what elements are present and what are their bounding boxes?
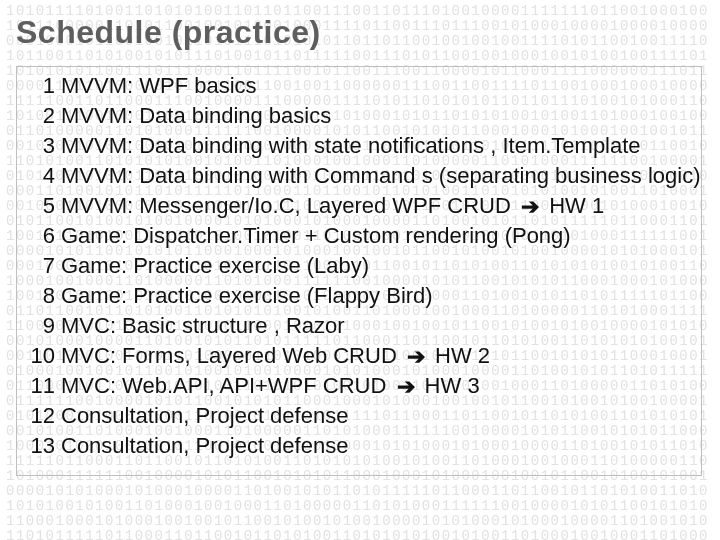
arrow-icon: ➔ bbox=[403, 342, 429, 372]
row-text: Game: Dispatcher.Timer + Custom renderin… bbox=[61, 221, 571, 251]
row-number: 9 bbox=[25, 311, 55, 341]
row-number: 8 bbox=[25, 281, 55, 311]
row-text-main: MVC: Basic structure , Razor bbox=[61, 313, 345, 338]
row-text: MVC: Web.API, API+WPF CRUD ➔ HW 3 bbox=[61, 371, 480, 401]
row-number: 10 bbox=[25, 341, 55, 371]
schedule-row: 6Game: Dispatcher.Timer + Custom renderi… bbox=[25, 221, 693, 251]
row-text: MVVM: Messenger/Io.C, Layered WPF CRUD ➔… bbox=[61, 191, 604, 221]
row-number: 11 bbox=[25, 371, 55, 401]
row-text-main: MVVM: WPF basics bbox=[61, 73, 257, 98]
row-number: 2 bbox=[25, 101, 55, 131]
arrow-icon: ➔ bbox=[517, 192, 543, 222]
row-text: MVVM: Data binding with state notificati… bbox=[61, 131, 641, 161]
row-number: 5 bbox=[25, 191, 55, 221]
row-text: Consultation, Project defense bbox=[61, 401, 348, 431]
slide: 1010111101001101010100110110110011100110… bbox=[0, 0, 720, 540]
row-text: MVVM: WPF basics bbox=[61, 71, 257, 101]
row-text-tail: HW 1 bbox=[543, 193, 604, 218]
row-text: Consultation, Project defense bbox=[61, 431, 348, 461]
schedule-row: 10MVC: Forms, Layered Web CRUD ➔ HW 2 bbox=[25, 341, 693, 371]
row-text-main: MVVM: Data binding basics bbox=[61, 103, 331, 128]
row-text-tail: HW 3 bbox=[419, 373, 480, 398]
row-text-tail: HW 2 bbox=[429, 343, 490, 368]
row-text: MVC: Basic structure , Razor bbox=[61, 311, 345, 341]
schedule-row: 1MVVM: WPF basics bbox=[25, 71, 693, 101]
row-number: 1 bbox=[25, 71, 55, 101]
arrow-icon: ➔ bbox=[393, 372, 419, 402]
row-number: 6 bbox=[25, 221, 55, 251]
schedule-row: 8Game: Practice exercise (Flappy Bird) bbox=[25, 281, 693, 311]
row-text: MVC: Forms, Layered Web CRUD ➔ HW 2 bbox=[61, 341, 490, 371]
row-text-main: Game: Dispatcher.Timer + Custom renderin… bbox=[61, 223, 571, 248]
schedule-row: 9MVC: Basic structure , Razor bbox=[25, 311, 693, 341]
schedule-row: 7Game: Practice exercise (Laby) bbox=[25, 251, 693, 281]
row-text-main: Consultation, Project defense bbox=[61, 433, 348, 458]
row-text: Game: Practice exercise (Laby) bbox=[61, 251, 369, 281]
row-number: 3 bbox=[25, 131, 55, 161]
row-text-main: Game: Practice exercise (Flappy Bird) bbox=[61, 283, 433, 308]
row-text: MVVM: Data binding basics bbox=[61, 101, 331, 131]
row-text-main: MVC: Forms, Layered Web CRUD bbox=[61, 343, 403, 368]
row-text-main: MVVM: Data binding with state notificati… bbox=[61, 133, 641, 158]
schedule-row: 4MVVM: Data binding with Command s (sepa… bbox=[25, 161, 693, 191]
row-text: MVVM: Data binding with Command s (separ… bbox=[61, 161, 701, 191]
schedule-row: 11MVC: Web.API, API+WPF CRUD ➔ HW 3 bbox=[25, 371, 693, 401]
row-text-main: Game: Practice exercise (Laby) bbox=[61, 253, 369, 278]
row-text-main: MVVM: Messenger/Io.C, Layered WPF CRUD bbox=[61, 193, 517, 218]
row-text: Game: Practice exercise (Flappy Bird) bbox=[61, 281, 433, 311]
schedule-box: 1MVVM: WPF basics2MVVM: Data binding bas… bbox=[16, 66, 702, 476]
row-text-main: MVVM: Data binding with Command s (separ… bbox=[61, 163, 701, 188]
row-number: 12 bbox=[25, 401, 55, 431]
row-text-main: MVC: Web.API, API+WPF CRUD bbox=[61, 373, 393, 398]
row-number: 4 bbox=[25, 161, 55, 191]
schedule-row: 3MVVM: Data binding with state notificat… bbox=[25, 131, 693, 161]
schedule-row: 13Consultation, Project defense bbox=[25, 431, 693, 461]
row-text-main: Consultation, Project defense bbox=[61, 403, 348, 428]
schedule-row: 5MVVM: Messenger/Io.C, Layered WPF CRUD … bbox=[25, 191, 693, 221]
row-number: 7 bbox=[25, 251, 55, 281]
schedule-row: 12Consultation, Project defense bbox=[25, 401, 693, 431]
page-title: Schedule (practice) bbox=[16, 14, 321, 51]
schedule-row: 2MVVM: Data binding basics bbox=[25, 101, 693, 131]
row-number: 13 bbox=[25, 431, 55, 461]
